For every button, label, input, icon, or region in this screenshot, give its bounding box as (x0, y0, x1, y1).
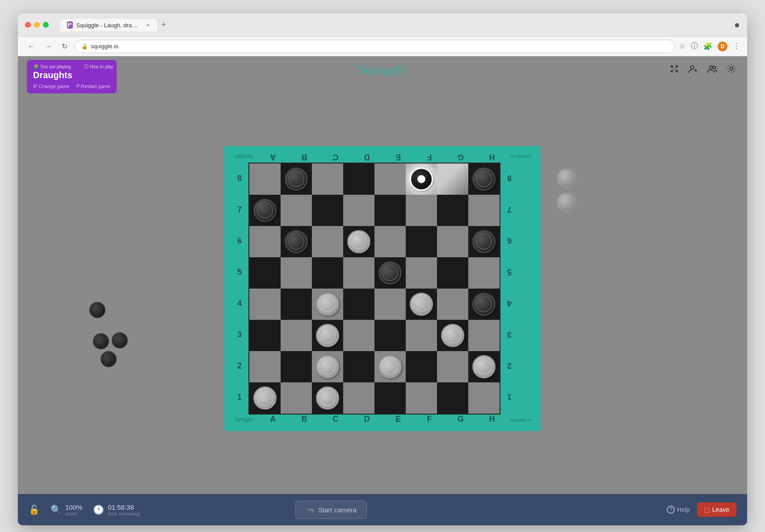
cell-6-1[interactable] (281, 351, 312, 382)
cell-1-3[interactable] (343, 195, 374, 226)
user-avatar[interactable]: D (718, 42, 727, 51)
browser-tab[interactable]: Squiggle - Laugh, draw and pl... ✕ (59, 18, 158, 31)
cell-5-2[interactable] (312, 320, 343, 351)
piece-0-5[interactable] (410, 168, 433, 191)
cell-7-4[interactable] (374, 382, 406, 414)
cell-1-5[interactable] (406, 195, 437, 226)
forward-button[interactable]: → (42, 41, 55, 52)
checkerboard[interactable] (248, 163, 500, 415)
cell-0-5[interactable] (406, 163, 437, 195)
cell-2-7[interactable] (468, 226, 500, 257)
cell-4-5[interactable] (406, 289, 437, 320)
cell-1-6[interactable] (437, 195, 468, 226)
piece-2-1[interactable] (285, 230, 308, 253)
help-button[interactable]: ? Help (667, 506, 690, 514)
close-button[interactable] (25, 22, 31, 28)
cell-5-5[interactable] (406, 320, 437, 351)
piece-4-2[interactable] (316, 293, 339, 316)
cell-4-1[interactable] (281, 289, 312, 320)
info-icon[interactable]: ⓘ (691, 42, 698, 51)
cell-6-5[interactable] (406, 351, 437, 382)
cell-4-3[interactable] (343, 289, 374, 320)
change-game-button[interactable]: ⇄ Change game (33, 83, 69, 89)
address-bar[interactable]: 🔒 squiggle.io (75, 40, 675, 53)
cell-5-1[interactable] (281, 320, 312, 351)
piece-0-7[interactable] (472, 168, 496, 191)
cell-4-6[interactable] (437, 289, 468, 320)
people-icon[interactable] (707, 64, 718, 76)
collapse-icon[interactable] (669, 64, 679, 76)
cell-1-2[interactable] (312, 195, 343, 226)
cell-1-0[interactable] (249, 195, 281, 226)
cell-4-4[interactable] (374, 289, 406, 320)
cell-5-0[interactable] (249, 320, 281, 351)
start-camera-button[interactable]: 📹 Start camera (295, 501, 367, 519)
cell-1-1[interactable] (281, 195, 312, 226)
cell-7-6[interactable] (437, 382, 468, 414)
piece-2-7[interactable] (472, 230, 496, 253)
cell-6-7[interactable] (468, 351, 500, 382)
cell-3-7[interactable] (468, 257, 500, 289)
cell-5-7[interactable] (468, 320, 500, 351)
piece-7-0[interactable] (253, 386, 277, 410)
cell-2-6[interactable] (437, 226, 468, 257)
cell-0-6[interactable] (437, 163, 468, 195)
cell-7-0[interactable] (249, 382, 281, 414)
piece-4-7[interactable] (472, 293, 496, 316)
cell-1-7[interactable] (468, 195, 500, 226)
how-to-play-button[interactable]: ⓘ How to play (84, 63, 113, 70)
cell-2-4[interactable] (374, 226, 406, 257)
cell-6-2[interactable] (312, 351, 343, 382)
cell-6-0[interactable] (249, 351, 281, 382)
cell-0-3[interactable] (343, 163, 374, 195)
piece-6-4[interactable] (378, 355, 402, 378)
cell-3-6[interactable] (437, 257, 468, 289)
cell-3-3[interactable] (343, 257, 374, 289)
maximize-button[interactable] (43, 22, 49, 28)
cell-0-4[interactable] (374, 163, 406, 195)
refresh-button[interactable]: ↻ (59, 40, 70, 52)
cell-7-5[interactable] (406, 382, 437, 414)
cell-4-7[interactable] (468, 289, 500, 320)
cell-4-2[interactable] (312, 289, 343, 320)
minimize-button[interactable] (34, 22, 40, 28)
cell-6-4[interactable] (374, 351, 406, 382)
cell-3-2[interactable] (312, 257, 343, 289)
cell-5-6[interactable] (437, 320, 468, 351)
cell-7-2[interactable] (312, 382, 343, 414)
piece-3-4[interactable] (378, 261, 402, 285)
add-person-icon[interactable] (688, 64, 698, 76)
menu-icon[interactable]: ⋮ (733, 42, 740, 50)
cell-5-4[interactable] (374, 320, 406, 351)
cell-5-3[interactable] (343, 320, 374, 351)
cell-2-0[interactable] (249, 226, 281, 257)
piece-6-7[interactable] (472, 355, 496, 378)
cell-7-3[interactable] (343, 382, 374, 414)
cell-1-4[interactable] (374, 195, 406, 226)
piece-0-1[interactable] (285, 168, 308, 191)
new-tab-button[interactable]: + (161, 20, 166, 29)
extension-icon[interactable]: 🧩 (703, 42, 712, 50)
cell-2-1[interactable] (281, 226, 312, 257)
piece-7-2[interactable] (316, 386, 339, 410)
piece-4-5[interactable] (410, 293, 433, 316)
piece-2-3[interactable] (347, 230, 370, 253)
piece-5-6[interactable] (441, 324, 464, 347)
cell-0-0[interactable] (249, 163, 281, 195)
piece-1-0[interactable] (253, 199, 277, 222)
cell-6-6[interactable] (437, 351, 468, 382)
cell-2-2[interactable] (312, 226, 343, 257)
piece-6-2[interactable] (316, 355, 339, 378)
cell-3-4[interactable] (374, 257, 406, 289)
cell-2-5[interactable] (406, 226, 437, 257)
cell-4-0[interactable] (249, 289, 281, 320)
cell-3-1[interactable] (281, 257, 312, 289)
cell-3-0[interactable] (249, 257, 281, 289)
cell-7-7[interactable] (468, 382, 500, 414)
settings-icon[interactable] (727, 64, 736, 76)
bookmark-icon[interactable]: ☆ (679, 42, 685, 50)
cell-3-5[interactable] (406, 257, 437, 289)
cell-0-7[interactable] (468, 163, 500, 195)
restart-game-button[interactable]: ↺ Restart game (76, 83, 110, 89)
cell-0-1[interactable] (281, 163, 312, 195)
